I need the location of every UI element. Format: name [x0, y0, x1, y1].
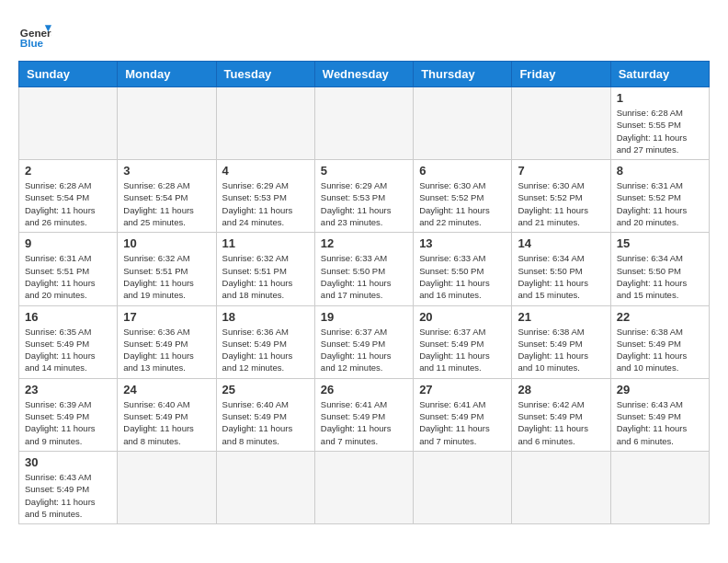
calendar-cell: [216, 451, 314, 523]
svg-text:Blue: Blue: [20, 37, 44, 49]
weekday-header-saturday: Saturday: [610, 62, 709, 87]
calendar-cell: 25Sunrise: 6:40 AM Sunset: 5:49 PM Dayli…: [216, 378, 314, 451]
calendar-cell: [512, 87, 610, 160]
weekday-header-monday: Monday: [118, 62, 216, 87]
logo: General Blue: [18, 18, 51, 52]
day-info: Sunrise: 6:43 AM Sunset: 5:49 PM Dayligh…: [617, 398, 703, 447]
day-info: Sunrise: 6:30 AM Sunset: 5:52 PM Dayligh…: [419, 179, 506, 228]
day-info: Sunrise: 6:43 AM Sunset: 5:49 PM Dayligh…: [25, 471, 111, 520]
day-info: Sunrise: 6:28 AM Sunset: 5:55 PM Dayligh…: [617, 107, 703, 155]
calendar-week-4: 16Sunrise: 6:35 AM Sunset: 5:49 PM Dayli…: [19, 305, 710, 378]
day-number: 2: [25, 164, 111, 178]
day-number: 23: [25, 383, 111, 396]
calendar-cell: [118, 87, 216, 160]
calendar-header-row: SundayMondayTuesdayWednesdayThursdayFrid…: [19, 62, 710, 87]
day-info: Sunrise: 6:31 AM Sunset: 5:52 PM Dayligh…: [617, 179, 703, 228]
calendar-cell: [414, 87, 512, 160]
day-number: 6: [419, 164, 506, 178]
day-number: 9: [25, 236, 111, 250]
calendar-cell: 23Sunrise: 6:39 AM Sunset: 5:49 PM Dayli…: [19, 378, 118, 451]
day-number: 19: [321, 310, 407, 324]
day-info: Sunrise: 6:40 AM Sunset: 5:49 PM Dayligh…: [123, 398, 210, 447]
calendar-cell: 13Sunrise: 6:33 AM Sunset: 5:50 PM Dayli…: [414, 233, 512, 305]
calendar-cell: 30Sunrise: 6:43 AM Sunset: 5:49 PM Dayli…: [19, 451, 118, 523]
calendar-cell: 27Sunrise: 6:41 AM Sunset: 5:49 PM Dayli…: [414, 378, 512, 451]
day-number: 12: [321, 236, 407, 250]
day-info: Sunrise: 6:41 AM Sunset: 5:49 PM Dayligh…: [321, 398, 407, 447]
day-info: Sunrise: 6:29 AM Sunset: 5:53 PM Dayligh…: [222, 179, 309, 228]
calendar-cell: [19, 87, 118, 160]
day-number: 15: [617, 236, 703, 250]
day-number: 21: [518, 310, 604, 324]
day-info: Sunrise: 6:38 AM Sunset: 5:49 PM Dayligh…: [518, 326, 604, 374]
calendar-cell: 14Sunrise: 6:34 AM Sunset: 5:50 PM Dayli…: [512, 233, 610, 305]
day-info: Sunrise: 6:28 AM Sunset: 5:54 PM Dayligh…: [25, 179, 111, 228]
day-number: 17: [123, 310, 210, 324]
logo-icon: General Blue: [18, 18, 51, 52]
calendar-week-2: 2Sunrise: 6:28 AM Sunset: 5:54 PM Daylig…: [19, 160, 710, 233]
day-number: 1: [617, 91, 703, 105]
calendar-cell: 28Sunrise: 6:42 AM Sunset: 5:49 PM Dayli…: [512, 378, 610, 451]
day-number: 27: [419, 383, 506, 396]
day-info: Sunrise: 6:34 AM Sunset: 5:50 PM Dayligh…: [518, 252, 604, 301]
calendar-week-3: 9Sunrise: 6:31 AM Sunset: 5:51 PM Daylig…: [19, 233, 710, 305]
day-number: 28: [518, 383, 604, 396]
calendar-cell: 19Sunrise: 6:37 AM Sunset: 5:49 PM Dayli…: [314, 305, 413, 378]
weekday-header-wednesday: Wednesday: [314, 62, 413, 87]
calendar-cell: [216, 87, 314, 160]
calendar-cell: 8Sunrise: 6:31 AM Sunset: 5:52 PM Daylig…: [610, 160, 709, 233]
calendar-cell: 2Sunrise: 6:28 AM Sunset: 5:54 PM Daylig…: [19, 160, 118, 233]
day-number: 3: [123, 164, 210, 178]
calendar-cell: 10Sunrise: 6:32 AM Sunset: 5:51 PM Dayli…: [118, 233, 216, 305]
day-info: Sunrise: 6:37 AM Sunset: 5:49 PM Dayligh…: [321, 326, 407, 374]
calendar-table: SundayMondayTuesdayWednesdayThursdayFrid…: [18, 61, 710, 524]
day-info: Sunrise: 6:28 AM Sunset: 5:54 PM Dayligh…: [123, 179, 210, 228]
calendar-cell: 22Sunrise: 6:38 AM Sunset: 5:49 PM Dayli…: [610, 305, 709, 378]
calendar-cell: 18Sunrise: 6:36 AM Sunset: 5:49 PM Dayli…: [216, 305, 314, 378]
calendar-cell: [314, 451, 413, 523]
day-number: 13: [419, 236, 506, 250]
calendar-cell: 24Sunrise: 6:40 AM Sunset: 5:49 PM Dayli…: [118, 378, 216, 451]
calendar-cell: [512, 451, 610, 523]
day-number: 16: [25, 310, 111, 324]
calendar-cell: 17Sunrise: 6:36 AM Sunset: 5:49 PM Dayli…: [118, 305, 216, 378]
calendar-cell: 3Sunrise: 6:28 AM Sunset: 5:54 PM Daylig…: [118, 160, 216, 233]
weekday-header-sunday: Sunday: [19, 62, 118, 87]
calendar-cell: 15Sunrise: 6:34 AM Sunset: 5:50 PM Dayli…: [610, 233, 709, 305]
calendar-week-5: 23Sunrise: 6:39 AM Sunset: 5:49 PM Dayli…: [19, 378, 710, 451]
day-number: 24: [123, 383, 210, 396]
day-info: Sunrise: 6:29 AM Sunset: 5:53 PM Dayligh…: [321, 179, 407, 228]
day-info: Sunrise: 6:31 AM Sunset: 5:51 PM Dayligh…: [25, 252, 111, 301]
calendar-cell: 29Sunrise: 6:43 AM Sunset: 5:49 PM Dayli…: [610, 378, 709, 451]
day-number: 8: [617, 164, 703, 178]
calendar-cell: [118, 451, 216, 523]
calendar-cell: 9Sunrise: 6:31 AM Sunset: 5:51 PM Daylig…: [19, 233, 118, 305]
calendar-cell: 21Sunrise: 6:38 AM Sunset: 5:49 PM Dayli…: [512, 305, 610, 378]
calendar-cell: 6Sunrise: 6:30 AM Sunset: 5:52 PM Daylig…: [414, 160, 512, 233]
calendar-cell: 26Sunrise: 6:41 AM Sunset: 5:49 PM Dayli…: [314, 378, 413, 451]
day-number: 20: [419, 310, 506, 324]
weekday-header-tuesday: Tuesday: [216, 62, 314, 87]
day-number: 26: [321, 383, 407, 396]
day-number: 14: [518, 236, 604, 250]
calendar-cell: 11Sunrise: 6:32 AM Sunset: 5:51 PM Dayli…: [216, 233, 314, 305]
day-number: 11: [222, 236, 309, 250]
calendar-cell: 7Sunrise: 6:30 AM Sunset: 5:52 PM Daylig…: [512, 160, 610, 233]
day-info: Sunrise: 6:36 AM Sunset: 5:49 PM Dayligh…: [222, 326, 309, 374]
day-number: 22: [617, 310, 703, 324]
day-info: Sunrise: 6:40 AM Sunset: 5:49 PM Dayligh…: [222, 398, 309, 447]
day-info: Sunrise: 6:30 AM Sunset: 5:52 PM Dayligh…: [518, 179, 604, 228]
day-number: 18: [222, 310, 309, 324]
day-info: Sunrise: 6:33 AM Sunset: 5:50 PM Dayligh…: [321, 252, 407, 301]
calendar-cell: 1Sunrise: 6:28 AM Sunset: 5:55 PM Daylig…: [610, 87, 709, 160]
calendar-cell: [314, 87, 413, 160]
day-number: 10: [123, 236, 210, 250]
day-number: 7: [518, 164, 604, 178]
day-info: Sunrise: 6:42 AM Sunset: 5:49 PM Dayligh…: [518, 398, 604, 447]
day-info: Sunrise: 6:35 AM Sunset: 5:49 PM Dayligh…: [25, 326, 111, 374]
day-info: Sunrise: 6:33 AM Sunset: 5:50 PM Dayligh…: [419, 252, 506, 301]
day-info: Sunrise: 6:39 AM Sunset: 5:49 PM Dayligh…: [25, 398, 111, 447]
page-header: General Blue: [18, 18, 710, 52]
weekday-header-thursday: Thursday: [414, 62, 512, 87]
calendar-cell: 12Sunrise: 6:33 AM Sunset: 5:50 PM Dayli…: [314, 233, 413, 305]
